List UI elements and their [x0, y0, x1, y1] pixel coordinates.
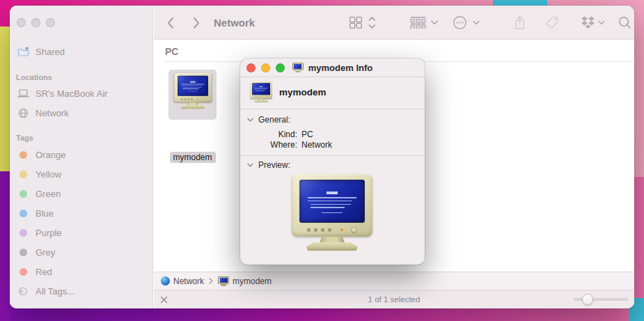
- section-label: Preview:: [258, 160, 290, 170]
- section-label: General:: [258, 115, 290, 125]
- window-title: Network: [214, 6, 255, 40]
- sidebar-item-label: SR's MacBook Air: [36, 88, 108, 99]
- sidebar-section-locations: Locations: [16, 73, 52, 81]
- close-button[interactable]: [17, 18, 26, 27]
- sidebar-item-label: Grey: [36, 247, 55, 258]
- wallpaper-purple-stripe: [0, 171, 10, 321]
- more-actions-button[interactable]: [453, 6, 467, 40]
- icon-size-slider[interactable]: [574, 298, 628, 301]
- row-value: PC: [301, 130, 313, 139]
- sidebar-item-all-tags[interactable]: All Tags...: [10, 283, 152, 299]
- sidebar-item-label: Network: [36, 108, 69, 118]
- path-bar: Network mymodem: [154, 272, 634, 290]
- sidebar-item-network[interactable]: Network: [10, 105, 152, 120]
- sidebar-tag-red[interactable]: Red: [10, 264, 152, 279]
- info-header: mymodem: [240, 77, 425, 109]
- info-window-title: mymodem Info: [308, 63, 372, 73]
- sidebar-tag-orange[interactable]: Orange: [10, 147, 152, 162]
- zoom-button[interactable]: [46, 18, 55, 27]
- back-button[interactable]: [166, 6, 175, 40]
- info-title-group: mymodem Info: [240, 63, 425, 73]
- crt-monitor-mini-icon: [218, 276, 229, 286]
- tag-dot-icon: [16, 190, 30, 198]
- share-button[interactable]: [514, 6, 526, 40]
- network-globe-icon: [161, 276, 170, 285]
- preview-section-header[interactable]: Preview:: [247, 160, 290, 170]
- row-label: Where:: [240, 140, 297, 150]
- row-value: Network: [301, 140, 332, 150]
- crt-monitor-icon: [249, 81, 273, 104]
- view-mode-button[interactable]: [350, 6, 362, 40]
- globe-icon: [16, 108, 30, 118]
- sidebar-item-label: Orange: [36, 150, 65, 160]
- finder-toolbar: Network: [154, 6, 634, 40]
- info-titlebar[interactable]: mymodem Info: [240, 58, 425, 77]
- all-tags-icon: [16, 287, 30, 296]
- group-header-pc: PC: [165, 46, 178, 57]
- path-segment-label: Network: [173, 276, 204, 286]
- dropbox-chevron-icon[interactable]: [598, 6, 605, 40]
- preview-crt-monitor-image: [289, 174, 375, 253]
- sidebar-tag-blue[interactable]: Blue: [10, 205, 152, 221]
- tag-dot-icon: [16, 268, 30, 276]
- path-segment-network[interactable]: Network: [161, 276, 204, 286]
- finder-sidebar: Shared Locations SR's MacBook Air Networ…: [10, 6, 153, 308]
- info-window: mymodem Info my: [240, 58, 425, 265]
- tag-dot-icon: [16, 210, 30, 217]
- path-separator-icon: [209, 278, 213, 284]
- chevron-down-icon: [247, 118, 253, 122]
- minimize-button[interactable]: [31, 18, 40, 27]
- sidebar-item-shared[interactable]: Shared: [10, 44, 152, 59]
- window-controls: [17, 18, 55, 27]
- sidebar-item-label: Purple: [36, 228, 62, 238]
- crt-monitor-icon: [173, 73, 213, 111]
- sidebar-tag-grey[interactable]: Grey: [10, 244, 152, 260]
- wallpaper-yellow-stripe: [0, 26, 10, 171]
- dropbox-button[interactable]: [581, 6, 595, 40]
- search-button[interactable]: [618, 6, 631, 40]
- crt-monitor-mini-icon: [292, 63, 304, 72]
- sidebar-item-label: Green: [36, 189, 61, 199]
- more-actions-chevron-icon[interactable]: [473, 6, 480, 40]
- row-label: Kind:: [240, 130, 297, 139]
- sidebar-tag-purple[interactable]: Purple: [10, 225, 152, 240]
- tag-button[interactable]: [546, 6, 559, 40]
- group-by-button[interactable]: [410, 6, 426, 40]
- shared-folder-icon: [16, 47, 30, 56]
- laptop-icon: [16, 89, 30, 98]
- path-segment-mymodem[interactable]: mymodem: [218, 276, 272, 286]
- sidebar-item-label: Yellow: [36, 169, 61, 180]
- sidebar-tag-yellow[interactable]: Yellow: [10, 166, 152, 182]
- sidebar-item-label: All Tags...: [36, 286, 74, 297]
- tag-dot-icon: [16, 171, 30, 178]
- file-item-label[interactable]: mymodem: [169, 152, 215, 163]
- sidebar-item-label: Blue: [36, 208, 54, 219]
- sidebar-item-label: Shared: [36, 47, 65, 57]
- info-item-name: mymodem: [279, 87, 327, 97]
- section-divider: [240, 155, 425, 156]
- status-bar: 1 of 1 selected: [154, 290, 634, 308]
- slider-thumb[interactable]: [582, 294, 593, 305]
- sidebar-section-tags: Tags: [16, 134, 33, 142]
- file-item-mymodem[interactable]: mymodem: [168, 70, 217, 120]
- chevron-down-icon: [247, 163, 253, 167]
- tag-dot-icon: [16, 229, 30, 237]
- general-section-header[interactable]: General:: [247, 115, 290, 125]
- tag-dot-icon: [16, 151, 30, 159]
- view-mode-chevrons-icon[interactable]: [368, 6, 376, 40]
- path-segment-label: mymodem: [233, 276, 272, 286]
- group-by-chevron-icon[interactable]: [431, 6, 438, 40]
- tag-dot-icon: [16, 249, 30, 256]
- sidebar-item-label: Red: [36, 267, 52, 277]
- selection-status-text: 1 of 1 selected: [154, 295, 634, 304]
- sidebar-item-macbook[interactable]: SR's MacBook Air: [10, 86, 152, 101]
- sidebar-tag-green[interactable]: Green: [10, 186, 152, 201]
- forward-button[interactable]: [192, 6, 201, 40]
